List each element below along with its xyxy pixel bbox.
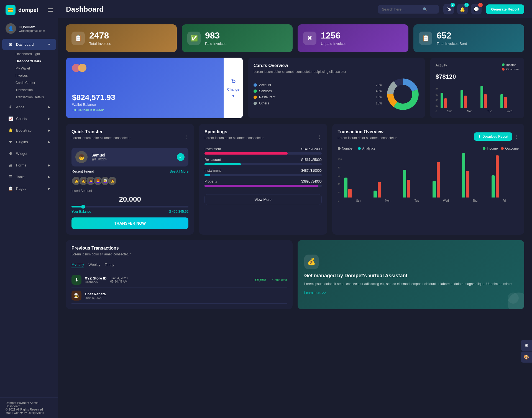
cards-legend: Account 20% Services 40% Restaurant 15% [254,83,382,105]
tx-bar-tue-outcome [407,180,410,198]
submenu-transaction-details[interactable]: Transaction Details [10,94,58,101]
spendings: Spendings Lorem ipsum dolor sit amet, co… [199,124,327,235]
stat-card-paid-invoices: ✅ 983 Paid Invoices [182,24,293,52]
tx-bar-thu [462,153,489,198]
submenu-invoices[interactable]: Invoices [10,72,58,79]
change-button[interactable]: ↻ Change ▼ [224,58,243,118]
transfer-now-button[interactable]: TRANSFER NOW [71,217,188,229]
settings-float-button[interactable]: ⚙ [521,340,532,351]
theme-float-button[interactable]: 🎨 [521,352,532,363]
tx-bar-mon-income [374,191,377,198]
quick-transfer: Quick Transfer Lorem ipsum dolor sit ame… [66,124,194,235]
donut-row: Account 20% Services 40% Restaurant 15% [254,78,420,111]
unpaid-invoices-icon: ✖ [303,32,316,45]
sidebar-item-table[interactable]: ☰ Table ▶ [2,171,56,182]
tab-monthly[interactable]: Monthly [71,261,84,268]
tx-item-chef: 👨‍🍳 Chef Renata June 5, 2020 [71,288,287,304]
cards-overview-title: Card's Overview [254,63,420,68]
chat-badge: 8 [478,3,483,7]
chevron-right-icon: ▶ [48,106,50,109]
sidebar-item-plugins[interactable]: ❤ Plugins ▶ [2,136,56,147]
transfer-user-name: Samuel [91,153,107,157]
sidebar-item-apps[interactable]: ① Apps ▶ [2,101,56,112]
bar-mon-income [461,90,463,108]
generate-report-button[interactable]: Generate Report [486,4,524,14]
va-corner2-decoration [508,293,519,304]
download-report-button[interactable]: ⬇ Download Report [474,132,512,141]
submenu-dashboard-light[interactable]: Dashboard Light [10,50,58,58]
tx-bar-fri-outcome [496,155,499,198]
search-icon[interactable]: 🔍 [423,7,427,11]
bar-wed-outcome [504,97,507,108]
see-more-link[interactable]: See All More [170,170,188,173]
dots-menu-tx[interactable]: ⋮ [514,134,519,139]
spending-restaurant: Restaurant $1567 /$5000 [204,158,321,165]
amount-slider[interactable] [71,206,188,207]
spending-restaurant-label: Restaurant [204,158,221,162]
dots-menu-quick-transfer[interactable]: ⋮ [184,134,188,139]
account-label: Account [259,83,271,87]
va-title: Get managed by Dompet's Virtual Assistan… [304,273,518,279]
sidebar-logo: 💳 dompet [0,0,58,20]
spendings-sub: Lorem ipsum dolor sit amet, consectetur [204,136,264,140]
plugins-icon: ❤ [8,139,13,145]
submenu-my-wallet[interactable]: My Wallet [10,65,58,72]
tx-legend-number[interactable]: Number [338,147,354,150]
search-bar: 🔍 [378,5,439,14]
outcome-label: Outcome [506,68,519,71]
tx-bar-sun [344,178,371,198]
submenu-transaction[interactable]: Transaction [10,86,58,94]
transfer-user-row: 👦 Samuel @sum224 ✓ [71,148,188,166]
sidebar-item-pages[interactable]: 📋 Pages ▶ [2,183,56,194]
sidebar-item-charts[interactable]: 📈 Charts ▶ [2,113,56,124]
forms-icon: 🖨 [8,162,13,168]
others-pct: 15% [376,101,382,105]
bar-sun-outcome [444,98,447,108]
recent-friend-label: Recent Friend [71,169,94,173]
bell-button[interactable]: 🔔 12 [457,4,468,14]
spendings-title: Spendings [204,129,264,134]
submenu-cards-center[interactable]: Cards Center [10,79,58,86]
bar-label-wed: Wed [500,110,519,113]
analytics-dot [358,147,361,150]
topbar-icons: 🛍 2 🔔 12 💬 8 [443,4,482,14]
tx-name-xyz: XYZ Store ID [85,276,107,280]
balance-label: Your Balance [71,210,91,214]
apps-icon: ① [8,104,13,110]
y-axis: 0 20 40 60 80 [436,88,438,113]
tab-row: Monthly Weekly Today [71,261,287,268]
legend-services: Services 40% [254,89,382,93]
sidebar-item-dashboard[interactable]: ⊞ Dashboard ▼ [2,39,56,50]
tab-today[interactable]: Today [105,261,114,268]
logo-text: dompet [18,7,38,13]
spending-installment-bar [204,174,210,176]
tx-bar-tue-income [403,170,406,198]
chevron-right-icon: ▶ [48,129,50,132]
sidebar-item-pages-label: Pages [16,186,26,191]
sidebar-item-bootstrap[interactable]: ⭐ Bootstrap ▶ [2,125,56,136]
submenu-dashboard-dark[interactable]: Dashboard Dark [10,58,58,65]
dots-menu-spendings[interactable]: ⋮ [317,134,322,139]
topbar: Dashboard 🔍 🛍 2 🔔 12 💬 8 Generate Report [58,0,532,18]
tx-amount-xyz: +$5,553 [253,278,266,282]
download-label: Download Report [482,135,508,139]
check-icon: ✓ [177,153,185,161]
tab-weekly[interactable]: Weekly [89,261,100,268]
spending-installment: Installment $487 /$10000 [204,169,321,176]
va-learn-more-link[interactable]: Learn more >> [304,291,518,295]
activity-chart: 0 20 40 60 80 [436,83,519,113]
hamburger-icon[interactable] [48,8,53,12]
logo-icon: 💳 [6,5,16,15]
restaurant-pct: 15% [376,95,382,99]
search-input[interactable] [382,7,421,11]
sidebar-item-widget[interactable]: ⚙ Widget [2,148,56,159]
tx-bar-mon-outcome [378,182,381,198]
chat-button[interactable]: 💬 8 [471,4,482,14]
view-more-button[interactable]: View More [204,194,321,205]
tx-legend-analytics[interactable]: Analytics [358,147,375,150]
services-dot [254,89,257,93]
sidebar-item-forms[interactable]: 🖨 Forms ▶ [2,160,56,171]
insert-amount: Insert Amount 20.000 Your Balance $ 456,… [71,189,188,214]
bar-label-sun: Sun [441,110,459,113]
bag-button[interactable]: 🛍 2 [443,4,454,14]
